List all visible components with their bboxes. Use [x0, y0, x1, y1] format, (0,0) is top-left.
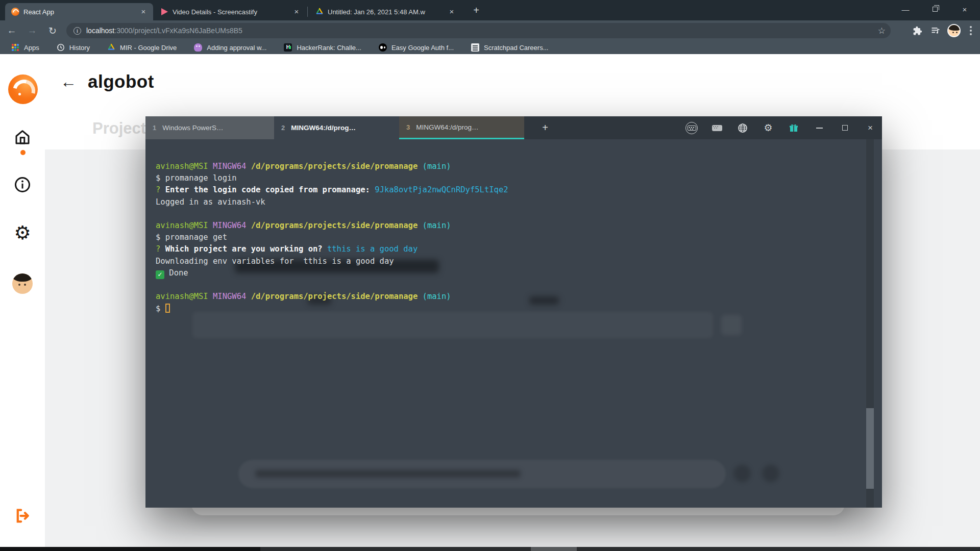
terminal-tab-title: Windows PowerS…: [162, 124, 223, 132]
bookmark-hackerrank[interactable]: H HackerRank: Challe...: [284, 43, 361, 52]
terminal-settings-gear-icon[interactable]: ⚙: [762, 121, 775, 135]
google-drive-favicon: [315, 8, 324, 16]
terminal-tab-mingw64-2[interactable]: 3 MINGW64:/d/prog…: [399, 116, 524, 139]
bookmark-history[interactable]: History: [57, 43, 90, 52]
terminal-text-segment: $ promanage login: [156, 173, 237, 183]
terminal-tab-number: 3: [406, 123, 410, 131]
browser-tab-title: React App: [23, 8, 135, 16]
browser-tab-drive-untitled[interactable]: Untitled: Jan 26, 2021 5:48 AM.w ×: [309, 3, 461, 20]
logout-icon: [14, 507, 31, 524]
tab-separator: [307, 7, 308, 17]
terminal-text-segment: Done: [164, 268, 188, 278]
terminal-line: ? Which project are you working on? tthi…: [156, 244, 508, 256]
window-restore-button[interactable]: [924, 0, 946, 18]
terminal-cursor: [165, 304, 170, 313]
site-info-icon[interactable]: i: [74, 27, 81, 35]
chrome-menu-icon[interactable]: [970, 30, 972, 32]
terminal-line: $ promanage login: [156, 173, 508, 185]
bookmark-mir-google-drive[interactable]: MIR - Google Drive: [107, 43, 177, 52]
bookmarks-bar: Apps History MIR - Google Drive Adding a…: [0, 41, 980, 54]
terminal-text-segment: MINGW64: [213, 292, 251, 301]
react-app-favicon: [11, 8, 19, 16]
ghost-input-row: [192, 312, 713, 338]
sidebar-item-info[interactable]: [0, 176, 45, 194]
bookmark-star-icon[interactable]: ☆: [878, 26, 886, 36]
tab-close-icon[interactable]: ×: [447, 7, 456, 16]
terminal-text-segment: avinash@MSI: [156, 221, 213, 230]
tab-close-icon[interactable]: ×: [292, 7, 301, 16]
terminal-line: [156, 209, 508, 221]
hackerrank-icon: H: [284, 43, 292, 52]
sidebar-item-settings[interactable]: ⚙: [0, 223, 45, 242]
terminal-scrollbar-track[interactable]: [866, 139, 874, 508]
terminal-output: avinash@MSI MINGW64 /d/programs/projects…: [156, 162, 508, 315]
browser-tab-screencastify[interactable]: Video Details - Screencastify ×: [154, 3, 306, 20]
algobot-logo[interactable]: [8, 74, 38, 104]
apps-grid-icon: [11, 43, 19, 52]
terminal-tab-powershell[interactable]: 1 Windows PowerS…: [145, 116, 274, 139]
terminal-text-segment: $: [156, 304, 165, 313]
ghost-value-label: [529, 296, 559, 305]
address-bar[interactable]: i localhost:3000/project/LvFxKa9sN6JaBeU…: [66, 23, 891, 38]
app-sidebar: ⚙: [0, 54, 45, 547]
terminal-tab-mingw64-active[interactable]: 2 MINGW64:/d/prog…: [274, 116, 399, 139]
refresh-button[interactable]: ↻: [44, 22, 61, 39]
terminal-text-segment: tthis is a good day: [327, 244, 418, 254]
taskbar-segment: [0, 547, 260, 551]
forward-button[interactable]: →: [23, 22, 41, 39]
terminal-text-segment: (main): [423, 221, 451, 230]
bookmark-label: Easy Google Auth f...: [391, 44, 454, 52]
terminal-line: avinash@MSI MINGW64 /d/programs/projects…: [156, 162, 508, 173]
tab-close-icon[interactable]: ×: [139, 7, 148, 16]
globe-icon[interactable]: [736, 121, 749, 135]
bookmark-label: Apps: [24, 44, 39, 52]
sidebar-item-home[interactable]: [0, 128, 45, 146]
terminal-body[interactable]: avinash@MSI MINGW64 /d/programs/projects…: [145, 139, 882, 508]
terminal-line: ? Enter the login code copied from proma…: [156, 185, 508, 197]
bookmark-adding-approval[interactable]: Adding approval w...: [194, 43, 266, 52]
ghost-mic-icon: [762, 465, 779, 482]
keyboard-badge-icon[interactable]: [710, 121, 724, 135]
page-back-arrow[interactable]: ←: [60, 72, 77, 91]
profile-avatar[interactable]: [947, 24, 961, 37]
terminal-text-segment: /d/programs/projects/side/promanage: [251, 162, 423, 171]
window-close-button[interactable]: ×: [953, 0, 976, 18]
terminal-maximize-button[interactable]: [838, 121, 851, 135]
terminal-minimize-button[interactable]: [813, 121, 826, 135]
gift-icon[interactable]: [787, 121, 800, 135]
screencastify-favicon: [160, 8, 168, 16]
terminal-text-segment: /d/programs/projects/side/promanage: [251, 221, 423, 230]
terminal-titlebar-icons: ⚙ ×: [685, 116, 877, 139]
extensions-puzzle-icon[interactable]: [911, 24, 924, 37]
bookmark-scratchpad-careers[interactable]: Scratchpad Careers...: [471, 43, 548, 52]
bookmark-apps[interactable]: Apps: [11, 43, 39, 52]
terminal-scrollbar-thumb[interactable]: [866, 408, 874, 489]
new-tab-button[interactable]: +: [470, 4, 483, 17]
terminal-text-segment: ?: [156, 244, 165, 254]
terminal-new-tab-button[interactable]: +: [538, 121, 552, 135]
terminal-close-button[interactable]: ×: [864, 121, 877, 135]
sidebar-item-logout[interactable]: [0, 507, 45, 524]
keyboard-circle-icon[interactable]: [685, 121, 698, 135]
info-icon: [13, 176, 32, 194]
media-controls-icon[interactable]: [929, 24, 942, 37]
robot-icon: [194, 43, 202, 52]
back-button[interactable]: ←: [3, 22, 20, 39]
terminal-line: Logged in as avinash-vk: [156, 197, 508, 209]
window-minimize-button[interactable]: —: [894, 0, 917, 18]
toolbar-right-icons: [911, 20, 976, 41]
terminal-text-segment: /d/programs/projects/side/promanage: [251, 292, 423, 301]
home-active-indicator: [20, 150, 26, 155]
terminal-text-segment: Logged in as avinash-vk: [156, 197, 265, 207]
terminal-line: $ promanage get: [156, 233, 508, 244]
google-drive-icon: [107, 43, 115, 52]
bookmark-label: History: [69, 44, 90, 52]
terminal-titlebar[interactable]: 1 Windows PowerS… 2 MINGW64:/d/prog… 3 M…: [145, 116, 882, 139]
project-section-heading: Project: [92, 119, 146, 138]
bookmark-easy-google-auth[interactable]: Easy Google Auth f...: [379, 43, 454, 52]
history-clock-icon: [57, 43, 65, 52]
medium-icon: [379, 43, 387, 52]
terminal-line: $: [156, 304, 508, 315]
browser-tab-react-app[interactable]: React App ×: [5, 3, 153, 20]
sidebar-item-profile[interactable]: [0, 273, 45, 294]
